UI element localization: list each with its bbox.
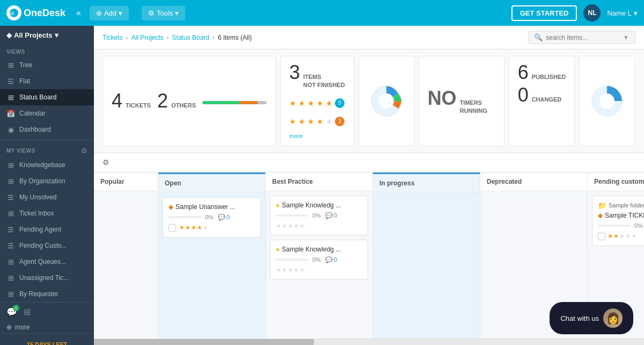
board-scrollbar[interactable]	[94, 339, 644, 345]
board-col-best-practice: Best Practice ● Sample Knowledg ...	[266, 172, 373, 339]
col-header-pending-customer: Pending customer	[588, 172, 644, 191]
get-started-button[interactable]: GET STARTED	[511, 5, 577, 21]
views-section-label: VIEWS	[0, 45, 94, 57]
by-requester-icon: ⊞	[6, 290, 15, 298]
bp2-star-2: ★	[282, 267, 287, 274]
sidebar-item-by-requester[interactable]: ⊞ By Requester	[0, 286, 94, 302]
sidebar-divider	[0, 140, 94, 140]
pc-card-title-text: Sample TICKET #2...	[605, 212, 644, 219]
published-changed-card: 6 PUBLISHED 0 CHANGED	[509, 56, 575, 146]
sidebar-item-dashboard-label: Dashboard	[19, 126, 51, 133]
search-filter-icon[interactable]: ▾	[624, 33, 628, 41]
dashboard-icon: ◉	[6, 125, 15, 134]
by-org-icon: ⊞	[6, 177, 15, 185]
sidebar-item-tree[interactable]: ⊞ Tree	[0, 57, 94, 73]
knowledge-icon-1: ●	[276, 202, 280, 209]
tickets-bar-container	[202, 101, 267, 104]
breadcrumb-all-projects[interactable]: All Projects	[131, 34, 164, 41]
sidebar-item-my-unsolved[interactable]: ☰ My Unsolved	[0, 189, 94, 205]
open-card-1-progress-text: 0%	[205, 214, 214, 220]
collapse-button[interactable]: «	[76, 8, 81, 18]
sidebar-item-knowledgebase[interactable]: ⊞ Knowledgebase	[0, 157, 94, 173]
user-menu[interactable]: Name L ▾	[607, 9, 638, 17]
items-finished-card: 3 ITEMS NOT FINISHED ★ ★ ★ ★ ★ 0 ★ ★	[280, 56, 354, 146]
col-popular-body	[94, 191, 158, 339]
add-label: Add	[104, 9, 116, 17]
sidebar-item-my-unsolved-label: My Unsolved	[19, 193, 56, 201]
sidebar-item-agent-queues[interactable]: ⊞ Agent Queues...	[0, 254, 94, 270]
bp-star-4: ★	[294, 222, 299, 229]
sidebar-more-link[interactable]: ⊕ more	[0, 321, 94, 333]
col-header-in-progress: In progress	[373, 174, 480, 193]
star-8: ★	[308, 117, 314, 126]
breadcrumb-status-board[interactable]: Status Board	[172, 34, 209, 41]
sidebar-item-ticket-inbox-label: Ticket Inbox	[19, 210, 54, 217]
breadcrumb-tickets[interactable]: Tickets	[103, 34, 123, 41]
svg-point-5	[599, 94, 614, 109]
col-header-deprecated: Deprecated	[480, 172, 587, 191]
all-projects-selector[interactable]: ◈ All Projects ▾	[6, 31, 58, 39]
sidebar-item-pending-agent[interactable]: ☰ Pending Agent	[0, 221, 94, 238]
pending-customer-folder: 📁 Sample folder ▾	[598, 202, 644, 210]
open-card-1-title-text: Sample Unanswer ...	[175, 203, 235, 211]
star-6: ★	[289, 117, 296, 126]
changed-label: CHANGED	[532, 96, 562, 104]
logo: O OneDesk	[6, 5, 65, 20]
bp-card-1-title: ● Sample Knowledg ...	[276, 202, 362, 209]
chat-widget[interactable]: Chat with us 👩	[550, 302, 633, 334]
pc-star-2: ★	[613, 233, 619, 240]
pc-progress-text: 0%	[634, 222, 643, 229]
bp-card-2-meta: 0% 💬 0	[276, 256, 362, 263]
breadcrumb-sep-2: ›	[167, 34, 169, 41]
board-settings-icon[interactable]: ⚙	[103, 158, 109, 167]
sidebar-item-agent-queues-label: Agent Queues...	[19, 258, 66, 265]
pc-card-title: ◆ Sample TICKET #2...	[598, 212, 644, 219]
all-projects-chevron-icon: ▾	[55, 31, 58, 39]
agent-queues-icon: ⊞	[6, 257, 15, 266]
col-popular-label: Popular	[100, 178, 125, 185]
sidebar-item-dashboard[interactable]: ◉ Dashboard	[0, 121, 94, 138]
my-views-settings-icon[interactable]: ⚙	[81, 147, 87, 155]
sidebar-item-flat[interactable]: ☰ Flat	[0, 73, 94, 89]
open-card-1-checkbox[interactable]	[169, 224, 176, 232]
col-in-progress-body	[373, 193, 480, 339]
col-best-practice-body: ● Sample Knowledg ... 0% 💬 0	[266, 191, 372, 339]
col-open-body: ◆ Sample Unanswer ... 0% 💬 0	[158, 193, 265, 339]
sidebar-top: ◈ All Projects ▾	[0, 26, 94, 45]
user-name-label: Name L	[607, 9, 632, 17]
pending-customer-card: 📁 Sample folder ▾ ◆ Sample TICKET #2...	[592, 196, 644, 246]
add-button[interactable]: ⊕ Add ▾	[90, 6, 129, 20]
col-header-best-practice: Best Practice	[266, 172, 372, 191]
board-scrollbar-thumb[interactable]	[94, 339, 314, 345]
bp-star-3: ★	[288, 222, 293, 229]
sidebar-item-unassigned[interactable]: ⊞ Unassigned Tic...	[0, 270, 94, 286]
knowledge-icon-2: ●	[276, 246, 280, 253]
search-input[interactable]	[546, 34, 621, 41]
trial-days-left: 15 DAYS LEFT	[6, 339, 87, 345]
avatar: NL	[583, 4, 601, 21]
others-count: 2	[157, 91, 168, 111]
sidebar-item-calendar[interactable]: 📅 Calendar	[0, 105, 94, 121]
search-bar[interactable]: 🔍 ▾	[528, 31, 635, 44]
bp2-star-5: ★	[299, 267, 305, 274]
grid-icon-btn[interactable]: ⊞	[24, 307, 31, 317]
sidebar-item-pending-customer[interactable]: ☰ Pending Custo...	[0, 238, 94, 254]
sidebar-item-status-board[interactable]: ⊞ Status Board	[0, 89, 94, 105]
svg-point-3	[379, 94, 394, 109]
logo-icon: O	[6, 5, 21, 20]
calendar-icon: 📅	[6, 109, 15, 118]
tickets-bar-gray	[258, 101, 267, 104]
sidebar-item-pending-agent-label: Pending Agent	[19, 226, 61, 233]
bp-card-2-progress-text: 0%	[312, 256, 321, 263]
tickets-bar-orange	[239, 101, 258, 104]
sidebar-item-ticket-inbox[interactable]: ⊞ Ticket Inbox	[0, 205, 94, 221]
tools-button[interactable]: ⚙ Tools ▾	[142, 6, 185, 20]
sidebar-item-by-organization[interactable]: ⊞ By Organization	[0, 173, 94, 189]
add-chevron-icon: ▾	[119, 9, 122, 17]
main-content: Tickets › All Projects › Status Board › …	[94, 26, 644, 345]
notifications-icon-btn[interactable]: 💬 1	[6, 307, 17, 317]
status-board-icon: ⊞	[6, 93, 15, 102]
pc-card-checkbox[interactable]	[598, 233, 605, 240]
more-stats-link[interactable]: more	[289, 133, 303, 139]
stars-row-1: ★ ★ ★ ★ ★ 0	[289, 98, 345, 108]
